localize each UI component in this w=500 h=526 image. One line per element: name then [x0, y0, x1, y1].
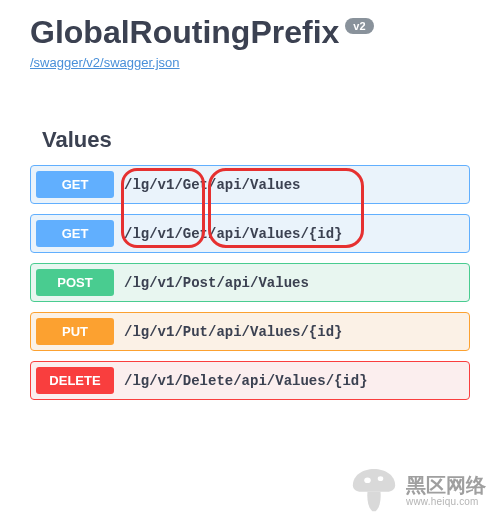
watermark-cn: 黑区网络 — [406, 474, 486, 496]
watermark-en: www.heiqu.com — [406, 496, 486, 507]
operation-path: /lg/v1/Put/api/Values/{id} — [124, 324, 342, 340]
section-header[interactable]: Values — [42, 127, 470, 153]
method-badge-post: POST — [36, 269, 114, 296]
watermark: 黑区网络 www.heiqu.com — [348, 464, 486, 516]
method-badge-put: PUT — [36, 318, 114, 345]
title-text: GlobalRoutingPrefix — [30, 14, 339, 51]
svg-point-1 — [378, 476, 384, 481]
method-badge-delete: DELETE — [36, 367, 114, 394]
operation-path: /lg/v1/Delete/api/Values/{id} — [124, 373, 368, 389]
page-title: GlobalRoutingPrefix v2 — [30, 14, 470, 51]
svg-point-0 — [364, 477, 371, 483]
operation-row[interactable]: GET /lg/v1/Get/api/Values/{id} — [30, 214, 470, 253]
operation-row[interactable]: POST /lg/v1/Post/api/Values — [30, 263, 470, 302]
mushroom-icon — [348, 464, 400, 516]
method-badge-get: GET — [36, 171, 114, 198]
operation-path: /lg/v1/Get/api/Values — [124, 177, 300, 193]
operation-row[interactable]: DELETE /lg/v1/Delete/api/Values/{id} — [30, 361, 470, 400]
operation-row[interactable]: GET /lg/v1/Get/api/Values — [30, 165, 470, 204]
operation-path: /lg/v1/Post/api/Values — [124, 275, 309, 291]
swagger-json-link[interactable]: /swagger/v2/swagger.json — [30, 55, 180, 70]
version-badge: v2 — [345, 18, 373, 34]
method-badge-get: GET — [36, 220, 114, 247]
operation-row[interactable]: PUT /lg/v1/Put/api/Values/{id} — [30, 312, 470, 351]
operation-path: /lg/v1/Get/api/Values/{id} — [124, 226, 342, 242]
